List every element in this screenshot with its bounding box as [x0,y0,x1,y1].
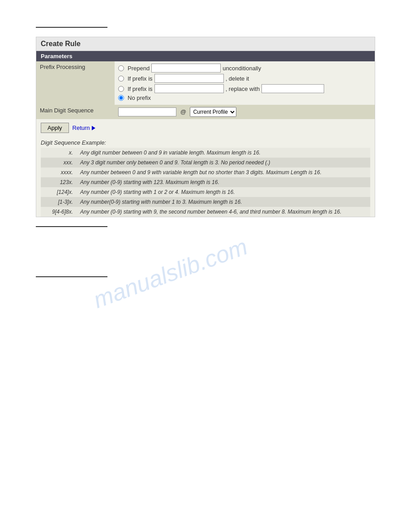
top-divider [36,27,107,28]
prepend-label: Prepend [128,65,150,72]
at-symbol: @ [180,108,186,115]
example-pattern-5: [124]x. [41,187,77,197]
return-label: Return [73,124,90,131]
example-table: x. Any digit number between 0 and 9 in v… [41,148,370,217]
prefix-processing-options: Prepend unconditionally If prefix is , d… [115,61,375,105]
profile-select[interactable]: Current Profile Profile 1 Profile 2 [190,107,236,117]
no-prefix-label: No prefix [128,94,151,101]
if-prefix-replace-with-input[interactable] [261,84,324,93]
example-row-7: 9[4-6]8x. Any number (0-9) starting with… [41,207,370,217]
example-desc-3: Any number between 0 and 9 with variable… [77,167,370,177]
if-prefix-delete-row: If prefix is , delete it [118,74,371,83]
prefix-processing-label: Prefix Processing [36,61,115,105]
example-pattern-3: xxxx. [41,167,77,177]
bottom-divider [36,226,107,227]
prepend-row: Prepend unconditionally [118,64,371,73]
example-desc-1: Any digit number between 0 and 9 in vari… [77,148,370,158]
prepend-radio[interactable] [118,65,124,71]
if-prefix-delete-radio[interactable] [118,76,124,82]
no-prefix-radio[interactable] [118,95,124,101]
example-desc-4: Any number (0-9) starting with 123. Maxi… [77,177,370,187]
example-pattern-2: xxx. [41,158,77,167]
if-prefix-replace-input[interactable] [154,84,224,93]
example-pattern-4: 123x. [41,177,77,187]
example-section: Digit Sequence Example: x. Any digit num… [36,137,375,217]
if-prefix-replace-radio[interactable] [118,86,124,92]
example-desc-7: Any number (0-9) starting with 9, the se… [77,207,370,217]
prepend-suffix: unconditionally [223,65,261,72]
example-pattern-7: 9[4-6]8x. [41,207,77,217]
example-pattern-6: [1-3]x. [41,197,77,207]
return-arrow-icon [92,126,95,130]
bottom-divider-2 [36,276,107,277]
example-row-6: [1-3]x. Any number(0-9) starting with nu… [41,197,370,207]
main-digit-value-cell: @ Current Profile Profile 1 Profile 2 [115,105,375,119]
example-row-3: xxxx. Any number between 0 and 9 with va… [41,167,370,177]
example-title: Digit Sequence Example: [41,139,370,146]
if-prefix-replace-label: If prefix is [128,86,153,92]
example-row-5: [124]x. Any number (0-9) starting with 1… [41,187,370,197]
create-rule-box: Create Rule Parameters Prefix Processing… [36,37,375,217]
if-prefix-replace-middle: , replace with [226,86,260,92]
example-desc-2: Any 3 digit number only between 0 and 9.… [77,158,370,167]
if-prefix-delete-label: If prefix is [128,75,153,82]
example-desc-5: Any number (0-9) starting with 1 or 2 or… [77,187,370,197]
page-title: Create Rule [36,37,375,51]
buttons-row: Apply Return [36,119,375,137]
example-row-4: 123x. Any number (0-9) starting with 123… [41,177,370,187]
if-prefix-delete-input[interactable] [154,74,224,83]
main-digit-label: Main Digit Sequence [36,105,115,119]
prepend-input[interactable] [151,64,221,73]
return-link[interactable]: Return [73,124,95,131]
parameters-table: Prefix Processing Prepend unconditionall… [36,61,375,119]
no-prefix-row: No prefix [118,94,371,101]
main-digit-input[interactable] [118,107,176,116]
main-digit-row: Main Digit Sequence @ Current Profile Pr… [36,105,375,119]
parameters-header: Parameters [36,51,375,61]
if-prefix-replace-row: If prefix is , replace with [118,84,371,93]
prefix-processing-row: Prefix Processing Prepend unconditionall… [36,61,375,105]
example-row-1: x. Any digit number between 0 and 9 in v… [41,148,370,158]
bottom-area [36,240,375,267]
example-row-2: xxx. Any 3 digit number only between 0 a… [41,158,370,167]
example-desc-6: Any number(0-9) starting with number 1 t… [77,197,370,207]
apply-button[interactable]: Apply [41,123,69,133]
example-pattern-1: x. [41,148,77,158]
if-prefix-delete-suffix: , delete it [226,75,249,82]
